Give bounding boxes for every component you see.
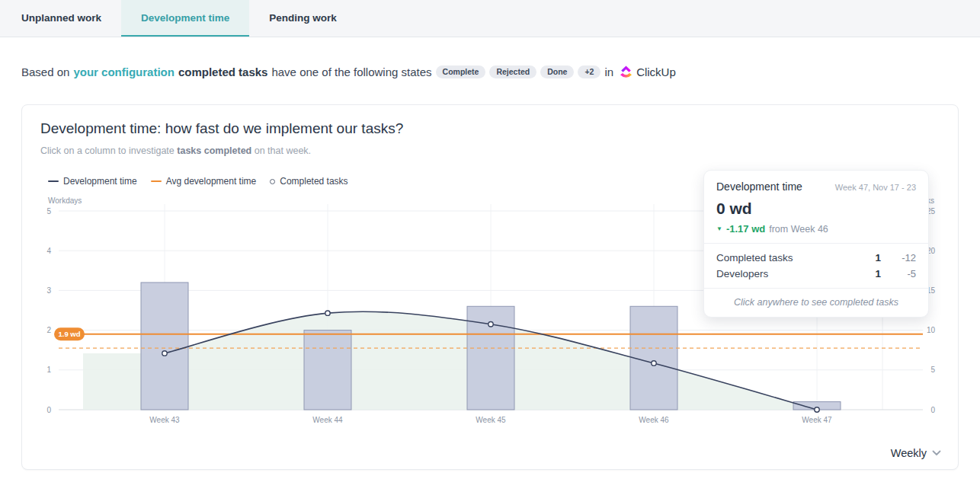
line-marker-week-45[interactable] (488, 322, 493, 327)
tooltip-row-developers: Developers 1 -5 (716, 268, 916, 279)
line-marker-week-43[interactable] (162, 351, 167, 356)
svg-text:0: 0 (930, 406, 935, 414)
tooltip-footer-hint: Click anywhere to see completed tasks (716, 297, 916, 308)
line-marker-week-44[interactable] (325, 311, 330, 315)
tooltip-divider (704, 288, 928, 289)
area-fill (83, 311, 817, 410)
svg-text:Week 44: Week 44 (312, 416, 343, 424)
chart-bar-week-46[interactable] (630, 306, 677, 410)
tooltip-value: 0 wd (716, 200, 916, 218)
tooltip-row-value: 1 (855, 252, 881, 263)
svg-text:Workdays: Workdays (48, 196, 82, 205)
tab-bar: Unplanned work Development time Pending … (0, 0, 980, 37)
state-badge-rejected: Rejected (489, 65, 536, 79)
triangle-down-icon: ▼ (716, 226, 722, 232)
tab-unplanned-work[interactable]: Unplanned work (2, 0, 121, 37)
svg-text:Week 43: Week 43 (149, 416, 180, 424)
svg-text:Week 46: Week 46 (639, 416, 669, 424)
svg-text:4: 4 (46, 247, 51, 255)
development-time-card: Development time: how fast do we impleme… (21, 104, 959, 470)
tooltip-delta-suffix: from Week 46 (769, 224, 828, 235)
svg-text:5: 5 (930, 366, 935, 374)
tab-development-time[interactable]: Development time (121, 0, 249, 37)
state-badge-done: Done (540, 65, 574, 79)
tooltip-row-completed-tasks: Completed tasks 1 -12 (716, 252, 916, 263)
state-badge-complete: Complete (436, 65, 486, 79)
tooltip-row-value: 1 (855, 268, 881, 279)
svg-text:3: 3 (46, 286, 51, 295)
line-marker-week-47[interactable] (815, 407, 819, 412)
svg-text:10: 10 (927, 326, 936, 334)
chart-tooltip: Development time Week 47, Nov 17 - 23 0 … (703, 170, 929, 318)
svg-text:5: 5 (46, 207, 51, 216)
svg-text:0: 0 (46, 406, 51, 414)
period-selector-label: Weekly (891, 447, 927, 459)
tooltip-period: Week 47, Nov 17 - 23 (835, 183, 916, 192)
tooltip-row-label: Developers (716, 268, 855, 279)
dashboard-screen: Unplanned work Development time Pending … (0, 0, 980, 479)
svg-text:1: 1 (46, 366, 51, 374)
config-prefix: Based on (21, 65, 69, 78)
clickup-logo-icon (620, 65, 633, 79)
state-badge-more: +2 (578, 65, 600, 79)
tooltip-title: Development time (716, 180, 802, 193)
tooltip-delta: -1.17 wd (726, 223, 765, 235)
svg-text:2: 2 (46, 326, 51, 334)
tooltip-row-delta: -5 (881, 268, 916, 279)
svg-text:Week 47: Week 47 (802, 416, 832, 424)
svg-text:Week 45: Week 45 (476, 416, 506, 424)
tooltip-divider (704, 243, 928, 244)
period-selector[interactable]: Weekly (891, 447, 941, 459)
chevron-down-icon (932, 450, 941, 456)
app-name: ClickUp (636, 65, 676, 78)
config-in-text: in (604, 65, 613, 78)
tooltip-row-label: Completed tasks (716, 252, 855, 263)
chart-bar-week-44[interactable] (304, 331, 351, 410)
config-rest: have one of the following states (271, 65, 431, 78)
configuration-link[interactable]: your configuration (73, 65, 175, 78)
tab-pending-work[interactable]: Pending work (249, 0, 357, 37)
line-marker-week-46[interactable] (652, 361, 656, 366)
tooltip-row-delta: -12 (881, 252, 916, 263)
svg-text:1.9 wd: 1.9 wd (58, 330, 80, 338)
config-sentence: Based on your configuration completed ta… (21, 65, 980, 79)
tooltip-delta-row: ▼ -1.17 wd from Week 46 (716, 223, 916, 235)
chart-bar-week-43[interactable] (141, 283, 188, 410)
config-bold-text: completed tasks (178, 65, 268, 78)
